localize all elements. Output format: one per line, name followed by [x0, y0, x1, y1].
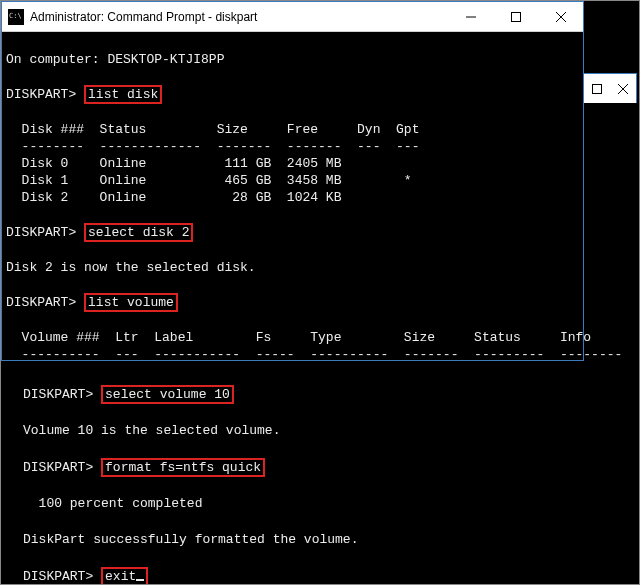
success-msg: DiskPart successfully formatted the volu…: [23, 532, 358, 547]
prompt: DISKPART>: [6, 225, 76, 240]
cmd-format: format fs=ntfs quick: [101, 458, 265, 477]
prompt: DISKPART>: [23, 569, 93, 584]
cmd-icon: [8, 9, 24, 25]
cmd-list-disk: list disk: [84, 85, 162, 104]
close-button[interactable]: [538, 2, 583, 31]
volume-header: Volume ### Ltr Label Fs Type Size Status…: [6, 330, 591, 345]
cmd-list-volume: list volume: [84, 293, 178, 312]
back-window-titlebar-tail: [584, 73, 637, 103]
text-cursor: [136, 579, 144, 581]
front-titlebar[interactable]: Administrator: Command Prompt - diskpart: [2, 2, 583, 32]
computer-line: On computer: DESKTOP-KTJI8PP: [6, 52, 224, 67]
cmd-exit: exit: [101, 567, 148, 585]
disk-divider: -------- ------------- ------- ------- -…: [6, 139, 419, 154]
cmd-select-volume: select volume 10: [101, 385, 234, 404]
progress-msg: 100 percent completed: [23, 496, 202, 511]
front-window-title: Administrator: Command Prompt - diskpart: [30, 10, 448, 24]
maximize-button[interactable]: [493, 2, 538, 31]
volume-divider: ---------- --- ----------- ----- -------…: [6, 347, 622, 362]
selected-disk-msg: Disk 2 is now the selected disk.: [6, 260, 256, 275]
table-row: Disk 0 Online 111 GB 2405 MB: [6, 156, 341, 171]
svg-rect-0: [593, 84, 602, 93]
back-close-button[interactable]: [610, 74, 636, 103]
front-terminal-output: On computer: DESKTOP-KTJI8PP DISKPART> l…: [2, 32, 583, 365]
front-window: Administrator: Command Prompt - diskpart…: [1, 1, 584, 361]
minimize-button[interactable]: [448, 2, 493, 31]
prompt: DISKPART>: [6, 87, 76, 102]
selected-volume-msg: Volume 10 is the selected volume.: [23, 423, 280, 438]
disk-header: Disk ### Status Size Free Dyn Gpt: [6, 122, 419, 137]
back-terminal-output: DISKPART> select volume 10 Volume 10 is …: [19, 363, 619, 585]
svg-rect-1: [511, 12, 520, 21]
prompt: DISKPART>: [23, 387, 93, 402]
prompt: DISKPART>: [23, 460, 93, 475]
cmd-select-disk: select disk 2: [84, 223, 193, 242]
table-row: Disk 2 Online 28 GB 1024 KB: [6, 190, 341, 205]
front-window-controls: [448, 2, 583, 31]
prompt: DISKPART>: [6, 295, 76, 310]
table-row: Disk 1 Online 465 GB 3458 MB *: [6, 173, 412, 188]
back-maximize-button[interactable]: [584, 74, 610, 103]
